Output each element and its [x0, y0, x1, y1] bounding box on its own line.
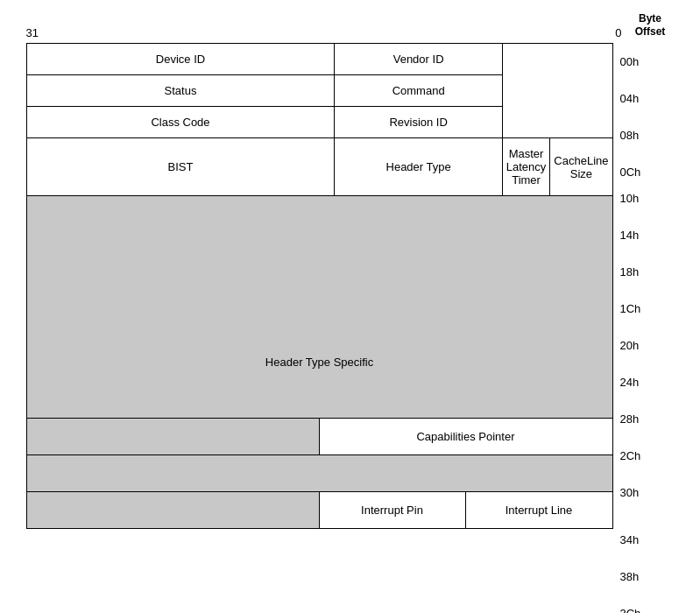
header-type-specific-cell: Header Type Specific Capabilities Pointe… — [26, 196, 612, 529]
offset-34h: 34h — [620, 521, 660, 558]
master-latency-cell: Master Latency Timer — [502, 138, 550, 196]
reserved-38h-cell — [27, 455, 612, 491]
offset-30h: 30h — [620, 484, 660, 521]
vendor-id-cell: Vendor ID — [335, 44, 502, 75]
interrupt-pin-cell: Interrupt Pin — [320, 492, 466, 528]
offset-10h: 10h — [620, 190, 660, 227]
cacheline-size-cell: CacheLine Size — [550, 138, 612, 196]
header-type-specific-label: Header Type Specific — [265, 356, 373, 369]
table-row: Device ID Vendor ID — [26, 44, 612, 75]
capabilities-empty-cell — [27, 419, 320, 454]
offset-0Ch: 0Ch — [620, 153, 660, 190]
pci-config-diagram: 31 0 ByteOffset Device ID Vendor ID Stat… — [26, 26, 675, 613]
bit-31-label: 31 — [26, 26, 44, 39]
offset-00h: 00h — [620, 43, 660, 80]
status-cell: Status — [26, 75, 335, 107]
offset-28h: 28h — [620, 411, 660, 447]
byte-offsets-column: 00h 04h 08h 0Ch 10h 14h 18h — [620, 43, 660, 613]
bit-0-label: 0 — [615, 26, 621, 39]
class-code-cell: Class Code — [26, 107, 335, 138]
command-cell: Command — [335, 75, 502, 107]
interrupt-empty-cell — [27, 492, 320, 528]
offset-18h: 18h — [620, 264, 660, 300]
header-type-cell: Header Type — [335, 138, 502, 196]
device-id-cell: Device ID — [26, 44, 335, 75]
capabilities-pointer-cell: Capabilities Pointer — [320, 419, 612, 454]
offset-14h: 14h — [620, 227, 660, 264]
byte-offset-header: ByteOffset — [626, 12, 675, 39]
offset-3Ch: 3Ch — [620, 595, 660, 613]
offset-04h: 04h — [620, 80, 660, 116]
revision-id-cell: Revision ID — [335, 107, 502, 138]
bist-cell: BIST — [26, 138, 335, 196]
offset-20h: 20h — [620, 337, 660, 374]
table-row: BIST Header Type Master Latency Timer Ca… — [26, 138, 612, 196]
table-row: Status Command — [26, 75, 612, 107]
offset-38h: 38h — [620, 558, 660, 595]
table-row-gray-large: Header Type Specific Capabilities Pointe… — [26, 196, 612, 529]
offset-08h: 08h — [620, 116, 660, 153]
interrupt-line-cell: Interrupt Line — [466, 492, 612, 528]
table-row: Class Code Revision ID — [26, 107, 612, 138]
offset-2Ch: 2Ch — [620, 447, 660, 484]
offset-1Ch: 1Ch — [620, 300, 660, 337]
offset-24h: 24h — [620, 374, 660, 411]
register-table: Device ID Vendor ID Status Command Class… — [26, 43, 613, 529]
